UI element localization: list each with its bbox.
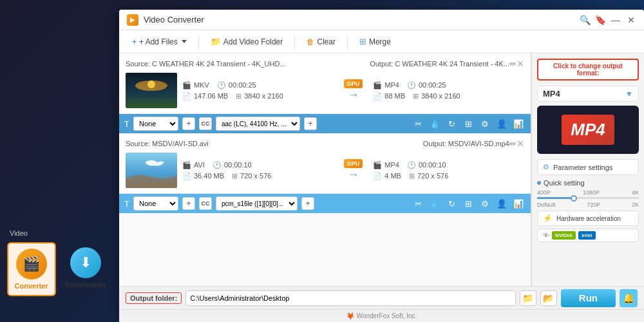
thumbnail-2 — [126, 153, 177, 188]
add-audio-btn-1[interactable]: + — [304, 117, 317, 130]
format-selector[interactable]: MP4 ▼ — [537, 86, 639, 102]
close-file-2[interactable]: ✕ — [516, 138, 524, 149]
app-icon: ▶ — [127, 14, 138, 26]
run-button[interactable]: Run — [561, 289, 616, 307]
wonderfox-icon: 🦊 — [346, 312, 354, 319]
film-icon: 🎬 — [182, 81, 191, 90]
source-label-1: Source: C WEATHER 4K 24 Transient - 4K_U… — [126, 60, 286, 68]
search-icon[interactable]: 🔍 — [580, 15, 590, 25]
minimize-button[interactable]: — — [611, 15, 621, 25]
quality-slider-track[interactable] — [537, 197, 639, 199]
track-row-2: T None + CC pcm_s16le ([1][0][0]... + ✂ … — [119, 194, 531, 213]
sidebar-item-converter[interactable]: 🎬 Converter — [7, 242, 56, 296]
cut-btn-2[interactable]: ✂ — [411, 196, 425, 211]
clear-icon: 🗑 — [307, 37, 314, 46]
hw-accel-label: Hardware acceleration — [556, 215, 621, 222]
subtitle-select-1[interactable]: None — [133, 117, 178, 131]
source-duration-1: 🕐 00:00:25 — [217, 81, 256, 90]
source-format-value-1: MKV — [194, 81, 209, 89]
source-meta-1: 🎬 MKV 🕐 00:00:25 — [182, 81, 334, 90]
chip-badges: 👁 NVIDIA Intel — [537, 229, 639, 242]
param-label: Parameter settings — [553, 164, 612, 171]
sidebar-item-downloader[interactable]: ⬇ Downloader — [59, 242, 113, 296]
edit-icon-1[interactable]: ✏ — [509, 59, 516, 69]
subtitle-icon-2: T — [124, 199, 129, 209]
settings-btn-1[interactable]: ⚙ — [478, 117, 492, 131]
chart-btn-1[interactable]: 📊 — [511, 117, 526, 131]
browse-folder-button[interactable]: 📁 — [520, 290, 536, 306]
merge-button[interactable]: ⊞ Merge — [353, 33, 397, 50]
enhance-btn-1[interactable]: ⊞ — [461, 117, 475, 131]
gpu-badge-2: GPU — [344, 159, 363, 168]
output-res-1: ⊞ 3840 x 2160 — [413, 92, 460, 100]
settings-btn-2[interactable]: ⚙ — [478, 196, 492, 211]
window-title: Video Converter — [144, 15, 580, 24]
open-folder-button[interactable]: 📂 — [540, 290, 557, 306]
add-audio-btn-2[interactable]: + — [301, 197, 314, 210]
edit-icon-2[interactable]: ✏ — [509, 139, 516, 149]
change-output-format-button[interactable]: Click to change output format: — [537, 59, 639, 80]
nvidia-badge: NVIDIA — [552, 231, 576, 240]
close-button[interactable]: ✕ — [626, 15, 636, 25]
app-footer: 🦊 WonderFox Soft, Inc. — [119, 309, 644, 322]
video-section-label: Video — [10, 229, 28, 237]
file-info-1: 🎬 MKV 🕐 00:00:25 📄 — [182, 81, 334, 100]
subtitle-select-2[interactable]: None — [133, 196, 178, 211]
output-folder-input[interactable] — [185, 290, 516, 306]
person-btn-1[interactable]: 👤 — [495, 117, 509, 131]
app-outer: Video 🎬 Converter ⬇ Downloader ▶ Video C… — [0, 0, 644, 322]
enhance-btn-2[interactable]: ⊞ — [461, 196, 475, 211]
watermark-btn-1[interactable]: 💧 — [428, 117, 442, 131]
quality-label-4k: 4K — [632, 189, 639, 196]
source-duration-2: 🕐 00:00:10 — [213, 161, 252, 169]
quality-marks: Default 720P 2K — [537, 202, 639, 208]
output-duration-2: 🕐 00:00:10 — [407, 161, 446, 169]
add-track-btn-1[interactable]: + — [182, 117, 195, 130]
source-format-value-2: AVI — [194, 161, 205, 169]
add-video-folder-button[interactable]: 📁 Add Video Folder — [204, 33, 290, 50]
output-duration-value-1: 00:00:25 — [419, 81, 446, 89]
arrow-area-1: GPU → — [339, 79, 368, 102]
output-meta2-1: 📄 88 MB ⊞ 3840 x 2160 — [373, 92, 524, 100]
quality-mark-720p: 720P — [587, 202, 600, 208]
bookmark-icon[interactable]: 🔖 — [595, 15, 605, 25]
quick-setting-text: Quick setting — [544, 179, 585, 187]
source-size-1: 📄 147.06 MB — [182, 92, 228, 100]
rotate-btn-2[interactable]: ↻ — [444, 196, 459, 211]
person-btn-2[interactable]: 👤 — [495, 196, 509, 211]
format-preview: MP4 — [537, 106, 639, 154]
output-size-1: 📄 88 MB — [373, 92, 405, 100]
output-format-value-1: MP4 — [384, 81, 399, 89]
main-window: ▶ Video Converter 🔍 🔖 — ✕ + + Add Files … — [119, 10, 644, 322]
add-files-button[interactable]: + + Add Files — [126, 34, 193, 50]
merge-label: Merge — [369, 37, 391, 46]
add-video-folder-label: Add Video Folder — [223, 37, 283, 46]
add-track-btn-2[interactable]: + — [182, 197, 195, 210]
quality-slider-thumb[interactable] — [571, 195, 577, 202]
quality-label-1080p: 1080P — [583, 189, 600, 196]
source-res-value-1: 3840 x 2160 — [244, 92, 283, 100]
clear-button[interactable]: 🗑 Clear — [300, 34, 342, 50]
rotate-btn-1[interactable]: ↻ — [444, 117, 459, 131]
arrow-icon-1: → — [348, 88, 359, 102]
source-size-value-1: 147.06 MB — [194, 92, 228, 100]
track-actions-1: ✂ 💧 ↻ ⊞ ⚙ 👤 📊 — [411, 117, 526, 131]
alarm-button[interactable]: 🔔 — [620, 289, 638, 307]
cc-btn-1[interactable]: CC — [199, 117, 212, 130]
audio-select-1[interactable]: aac (LC), 44100 Hz, ... — [216, 117, 300, 131]
close-file-1[interactable]: ✕ — [516, 59, 524, 69]
chart-btn-2[interactable]: 📊 — [511, 196, 526, 211]
add-icon: + — [132, 37, 137, 46]
cc-btn-2[interactable]: CC — [199, 197, 212, 210]
dot-icon — [537, 181, 541, 185]
parameter-settings-button[interactable]: ⚙ Parameter settings — [537, 159, 639, 175]
footer-text: WonderFox Soft, Inc. — [357, 312, 417, 319]
cut-btn-1[interactable]: ✂ — [411, 117, 425, 131]
gpu-badge-1: GPU — [344, 79, 363, 88]
watermark-btn-2[interactable]: 💧 — [428, 196, 442, 211]
intel-badge: Intel — [578, 231, 595, 240]
file-item-header-1: Source: C WEATHER 4K 24 Transient - 4K_U… — [126, 59, 524, 69]
add-files-dropdown-arrow — [182, 40, 187, 43]
hardware-acceleration-button[interactable]: ⚡ Hardware acceleration — [537, 211, 639, 226]
audio-select-2[interactable]: pcm_s16le ([1][0][0]... — [216, 196, 298, 211]
